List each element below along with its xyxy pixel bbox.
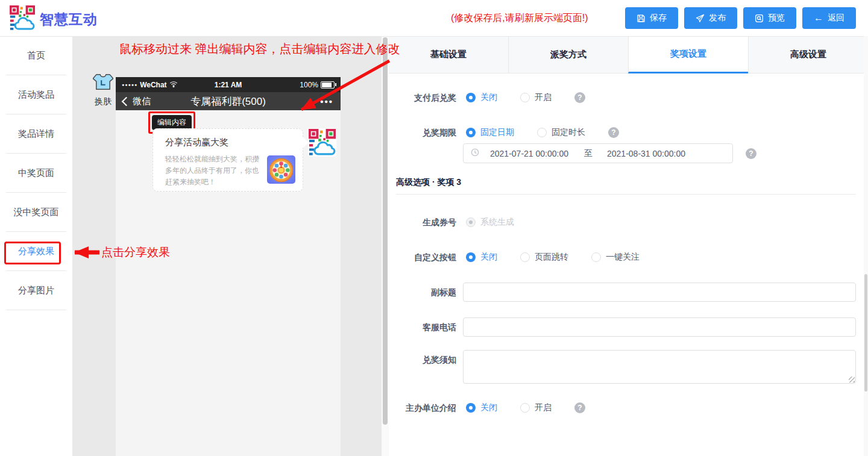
arrow-left-icon: ← xyxy=(814,13,823,23)
publish-button[interactable]: 发布 xyxy=(684,7,737,29)
right-scrollbar[interactable] xyxy=(864,36,868,456)
radio-selected[interactable] xyxy=(466,93,476,102)
subtitle-label: 副标题 xyxy=(389,283,456,302)
skin-button[interactable]: 换肤 xyxy=(91,73,115,107)
coupon-number-label: 生成券号 xyxy=(389,213,456,232)
radio-unselected[interactable] xyxy=(520,403,530,413)
custom-button-option-close[interactable]: 关闭 xyxy=(466,252,497,263)
row-redeem-notice: 兑奖须知 xyxy=(389,350,868,384)
sidebar-item-activity-prizes[interactable]: 活动奖品 xyxy=(0,75,72,114)
header-warning: (修改保存后,请刷新展示端页面!) xyxy=(451,0,588,36)
sidebar-item-home[interactable]: 首页 xyxy=(0,36,72,75)
sidebar-item-winning-page[interactable]: 中奖页面 xyxy=(0,154,72,192)
radio-selected[interactable] xyxy=(466,252,476,262)
date-range-input[interactable]: 2021-07-21 00:00:00 至 2021-08-31 00:00:0… xyxy=(463,143,733,163)
tab-prize-method[interactable]: 派奖方式 xyxy=(508,36,628,73)
redeem-notice-textarea[interactable] xyxy=(463,350,856,384)
help-icon[interactable]: ? xyxy=(574,92,585,103)
preview-button[interactable]: 预览 xyxy=(743,7,796,29)
save-button[interactable]: 保存 xyxy=(625,7,678,29)
preview-button-label: 预览 xyxy=(768,13,785,23)
preview-icon xyxy=(755,14,764,23)
app-logo-text: 智慧互动 xyxy=(40,10,98,29)
tab-basic-settings[interactable]: 基础设置 xyxy=(389,36,508,73)
chat-title: 专属福利群(500) xyxy=(171,95,285,108)
radio-unselected[interactable] xyxy=(520,93,530,102)
settings-panel: 基础设置 派奖方式 奖项设置 高级设置 支付后兑奖 关闭 开启 ? 兑奖期限 xyxy=(389,36,868,456)
pay-redeem-option-close[interactable]: 关闭 xyxy=(466,92,497,103)
skin-button-label: 换肤 xyxy=(91,96,115,107)
row-coupon-number: 生成券号 系统生成 xyxy=(389,213,868,232)
organizer-intro-option-close[interactable]: 关闭 xyxy=(466,402,497,413)
phone-screen: 编辑内容 分享活动赢大奖 轻轻松松就能抽到大奖，积攒多年的人品终于有用了，你也赶… xyxy=(116,110,341,456)
help-icon[interactable]: ? xyxy=(608,127,619,138)
sidebar-item-prize-details[interactable]: 奖品详情 xyxy=(0,114,72,153)
sidebar-item-no-win-page[interactable]: 没中奖页面 xyxy=(0,193,72,231)
resize-grip-icon[interactable] xyxy=(849,376,855,383)
more-icon: ••• xyxy=(285,96,333,107)
help-icon[interactable]: ? xyxy=(574,402,585,413)
row-subtitle: 副标题 xyxy=(389,283,868,302)
custom-button-option-page-jump[interactable]: 页面跳转 xyxy=(520,252,568,263)
back-chevron-icon xyxy=(122,96,131,106)
middle-scrollbar[interactable] xyxy=(382,36,389,456)
header-buttons: 保存 发布 预览 ← xyxy=(625,7,856,29)
radio-unselected[interactable] xyxy=(520,252,530,262)
redeem-period-label: 兑奖期限 xyxy=(389,123,456,142)
sidebar-item-share-image[interactable]: 分享图片 xyxy=(0,271,72,310)
tab-prize-settings[interactable]: 奖项设置 xyxy=(628,36,748,73)
annotation-share-effect: 点击分享效果 xyxy=(101,245,170,260)
redeem-period-option-fixed-duration[interactable]: 固定时长 xyxy=(537,127,585,138)
sidebar: 首页 活动奖品 奖品详情 中奖页面 没中奖页面 分享效果 分享图片 xyxy=(0,36,72,456)
tab-advanced-settings[interactable]: 高级设置 xyxy=(748,36,868,73)
signal-dots-icon: ●●●●● xyxy=(122,83,137,87)
pay-redeem-option-open[interactable]: 开启 xyxy=(520,92,552,103)
row-pay-redeem: 支付后兑奖 关闭 开启 ? xyxy=(389,88,868,107)
subtitle-input[interactable] xyxy=(463,283,856,302)
bubble-tail xyxy=(297,137,308,148)
radio-selected[interactable] xyxy=(466,128,476,137)
prize-wheel-thumbnail xyxy=(267,155,295,184)
battery-percent: 100% xyxy=(300,81,318,89)
phone-mockup: ●●●●● WeChat 1:21 AM 100% 微信 专属福利群( xyxy=(116,77,341,456)
nav-back-label: 微信 xyxy=(133,96,151,107)
battery-icon xyxy=(321,81,335,89)
row-date-range: 2021-07-21 00:00:00 至 2021-08-31 00:00:0… xyxy=(389,143,868,164)
sidebar-divider xyxy=(6,310,66,310)
save-button-label: 保存 xyxy=(650,13,667,23)
clock-icon xyxy=(471,148,479,158)
help-icon[interactable]: ? xyxy=(746,148,756,159)
row-organizer-intro: 主办单位介绍 关闭 开启 ? xyxy=(389,398,868,417)
custom-button-option-one-key-follow[interactable]: 一键关注 xyxy=(591,252,640,263)
row-custom-button: 自定义按钮 关闭 页面跳转 一键关注 xyxy=(389,248,868,267)
annotation-top: 鼠标移动过来 弹出编辑内容，点击编辑内容进入修改 xyxy=(119,41,400,57)
wifi-icon xyxy=(169,81,178,89)
sidebar-item-share-effect[interactable]: 分享效果 xyxy=(0,232,72,270)
date-start-value: 2021-07-21 00:00:00 xyxy=(490,149,568,158)
phone-status-bar: ●●●●● WeChat 1:21 AM 100% xyxy=(116,77,341,92)
redeem-period-option-fixed-date[interactable]: 固定日期 xyxy=(466,127,514,138)
custom-button-label: 自定义按钮 xyxy=(389,248,456,267)
radio-unselected[interactable] xyxy=(537,128,547,137)
app-logo: 智慧互动 xyxy=(10,5,98,33)
organizer-intro-option-open[interactable]: 开启 xyxy=(520,402,552,413)
coupon-number-option-system: 系统生成 xyxy=(466,217,514,228)
date-separator: 至 xyxy=(584,148,593,159)
settings-tabs: 基础设置 派奖方式 奖项设置 高级设置 xyxy=(389,36,868,73)
redeem-notice-label: 兑奖须知 xyxy=(389,350,456,369)
tshirt-icon xyxy=(93,82,113,92)
row-service-phone: 客服电话 xyxy=(389,317,868,337)
service-phone-input[interactable] xyxy=(463,317,856,337)
radio-disabled xyxy=(466,217,476,227)
radio-selected[interactable] xyxy=(466,403,476,413)
pay-redeem-label: 支付后兑奖 xyxy=(389,88,456,107)
date-end-value: 2021-08-31 00:00:00 xyxy=(607,149,685,158)
save-icon xyxy=(637,14,646,23)
share-card[interactable]: 分享活动赢大奖 轻轻松松就能抽到大奖，积攒多年的人品终于有用了，你也赶紧来抽奖吧… xyxy=(153,128,303,192)
publish-icon xyxy=(696,14,705,23)
return-button[interactable]: ← 返回 xyxy=(802,7,856,29)
carrier-label: WeChat xyxy=(140,81,166,89)
radio-unselected[interactable] xyxy=(591,252,601,262)
publish-button-label: 发布 xyxy=(709,13,726,23)
app-root: 智慧互动 (修改保存后,请刷新展示端页面!) 保存 发布 xyxy=(0,0,868,456)
